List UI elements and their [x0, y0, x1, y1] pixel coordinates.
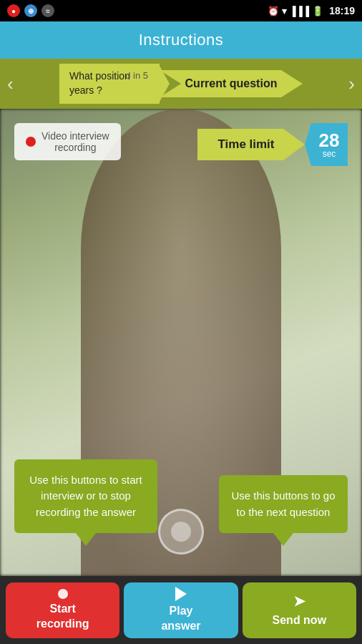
- recording-dot: [26, 137, 36, 147]
- time-box: 28 sec: [305, 123, 348, 166]
- time-limit-area: Time limit 28 sec: [197, 123, 348, 166]
- battery-icon: 🔋: [312, 6, 323, 16]
- bottom-bar: Start recording Play answer ➤ Send now: [0, 576, 362, 644]
- status-bar: ● ⊕ ≈ ⏰ ▾ ▐▐▐ 🔋 18:19: [0, 0, 362, 21]
- start-recording-button[interactable]: Start recording: [6, 582, 119, 638]
- current-question-label: Current question: [185, 77, 278, 89]
- play-label: Play answer: [161, 604, 200, 634]
- question-text-box: What positionyears ? d in 5: [59, 64, 160, 103]
- question-trailing-text: d in 5: [125, 69, 148, 82]
- question-area: What positionyears ? d in 5 Current ques…: [14, 64, 349, 103]
- time-value: 28: [319, 131, 340, 150]
- record-icon: [58, 589, 68, 599]
- status-icons-right: ⏰ ▾ ▐▐▐ 🔋 18:19: [268, 5, 355, 16]
- tooltip-right: Use this buttons to go to the next quest…: [219, 475, 348, 533]
- signal-icon: ▐▐▐: [290, 6, 310, 16]
- tooltip-left: Use this buttons to start interview or t…: [14, 459, 157, 534]
- current-question-box: Current question: [160, 70, 303, 97]
- video-interview-badge: Video interview recording: [14, 123, 121, 160]
- send-now-button[interactable]: ➤ Send now: [243, 582, 356, 638]
- record-label: Start recording: [36, 602, 89, 632]
- page-title: Instructions: [139, 31, 224, 49]
- tooltip-left-text: Use this buttons to start interview or t…: [29, 474, 142, 518]
- main-content: Video interview recording Time limit 28 …: [0, 109, 362, 576]
- send-icon: ➤: [293, 592, 305, 610]
- status-icons-left: ● ⊕ ≈: [7, 4, 54, 17]
- question-bar: ‹ What positionyears ? d in 5 Current qu…: [0, 59, 362, 109]
- prev-arrow[interactable]: ‹: [7, 73, 14, 95]
- time-suffix: sec: [323, 150, 336, 158]
- clock-display: 18:19: [329, 5, 355, 16]
- app-icon-blue: ⊕: [24, 4, 37, 17]
- top-bar: Instructions: [0, 21, 362, 59]
- tooltip-right-text: Use this buttons to go to the next quest…: [231, 489, 335, 518]
- play-answer-button[interactable]: Play answer: [124, 582, 238, 638]
- send-label: Send now: [273, 613, 327, 628]
- interview-badge-text: Video interview recording: [41, 130, 109, 153]
- app-icon-red: ●: [7, 4, 20, 17]
- time-limit-label: Time limit: [197, 129, 305, 160]
- play-icon: [175, 587, 187, 601]
- app-icon-gray: ≈: [41, 4, 54, 17]
- alarm-icon: ⏰: [268, 6, 279, 16]
- camera-inner: [171, 522, 191, 542]
- camera-button[interactable]: [158, 509, 204, 555]
- next-arrow[interactable]: ›: [348, 73, 355, 95]
- wifi-icon: ▾: [282, 6, 287, 16]
